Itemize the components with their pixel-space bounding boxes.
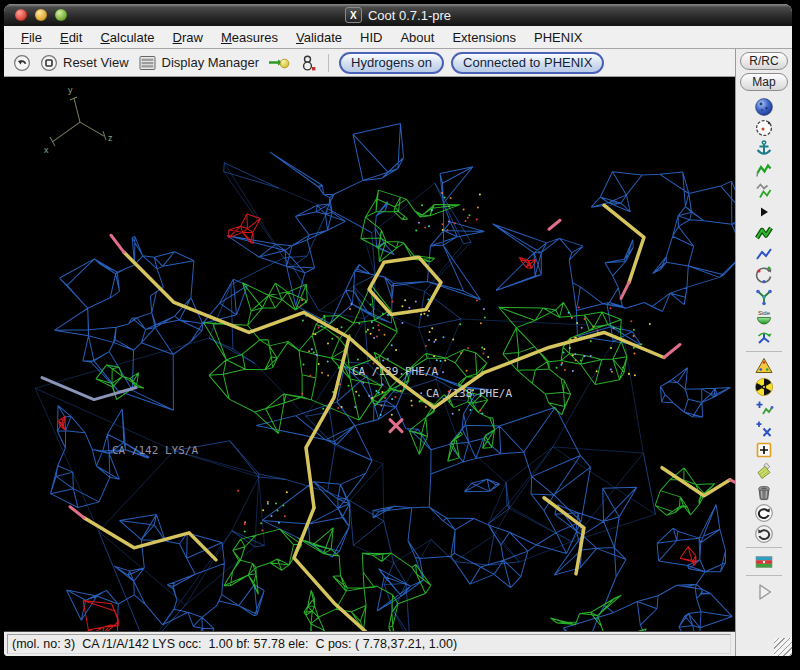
toolbar-separator (746, 351, 782, 352)
toolbar-separator (328, 54, 329, 72)
radioactive-icon[interactable] (749, 376, 779, 397)
close-button[interactable] (15, 9, 27, 21)
statusbar: (mol. no: 3) CA /1/A/142 LYS occ: 1.00 b… (4, 631, 735, 656)
menu-measures[interactable]: Measures (212, 28, 287, 47)
axis-y-label: y (68, 85, 73, 95)
undo-icon[interactable] (749, 502, 779, 523)
add-terminal-residue-icon[interactable] (749, 397, 779, 418)
display-manager-button[interactable]: Display Manager (137, 54, 261, 72)
density-scene: y x z (4, 77, 735, 631)
toolbar-separator (746, 547, 782, 548)
window-title: Coot 0.7.1-pre (368, 8, 451, 23)
blue-zigzag-icon[interactable] (749, 243, 779, 264)
toolbar: Reset View Display Manager (4, 49, 735, 77)
side-label: Side (758, 309, 771, 315)
brush-icon[interactable] (749, 460, 779, 481)
axis-z-label: z (108, 133, 113, 143)
zoom-button[interactable] (55, 9, 67, 21)
display-manager-icon (138, 54, 157, 72)
run-play-icon[interactable] (749, 579, 779, 605)
gl-canvas[interactable]: y x z CA /139 PHE/A CA /138 PHE/A CA /14… (4, 77, 735, 631)
menu-phenix[interactable]: PHENIX (525, 28, 591, 47)
rrc-button[interactable]: R/RC (740, 52, 788, 70)
atom-status-text: (mol. no: 3) CA /1/A/142 LYS occ: 1.00 b… (12, 637, 457, 651)
menu-file[interactable]: File (12, 28, 51, 47)
blue-sphere-icon[interactable] (749, 96, 779, 117)
anchor-icon[interactable] (749, 138, 779, 159)
side-chain-flip-icon[interactable]: Side (749, 306, 779, 327)
reset-view-button[interactable]: Reset View (39, 54, 130, 72)
toolbar-separator (746, 575, 782, 576)
boxed-plus-icon[interactable] (749, 439, 779, 460)
hydrogens-toggle-button[interactable]: Hydrogens on (339, 52, 444, 74)
go-to-ligand-button[interactable] (298, 54, 318, 72)
atom-label: CA /138 PHE/A (426, 387, 512, 400)
axis-x-label: x (44, 145, 49, 155)
view-back-button[interactable] (12, 54, 32, 72)
menu-extensions[interactable]: Extensions (443, 28, 525, 47)
x11-app-icon: X (345, 7, 362, 23)
redo-icon[interactable] (749, 523, 779, 544)
chi-angles-icon[interactable] (749, 285, 779, 306)
coot-window: X Coot 0.7.1-pre File Edit Calculate Dra… (4, 4, 792, 656)
bold-green-zigzag-icon[interactable] (749, 222, 779, 243)
map-button[interactable]: Map (740, 73, 788, 91)
target-circle-icon[interactable] (749, 117, 779, 138)
resize-grip[interactable] (774, 638, 792, 656)
back-circle-icon (13, 54, 31, 72)
circular-arrow-atoms-icon[interactable] (749, 264, 779, 285)
right-toolbar-panel: R/RC Map (735, 49, 792, 656)
menu-validate[interactable]: Validate (287, 28, 351, 47)
left-column: Reset View Display Manager (4, 49, 735, 656)
atom-label: CA /139 PHE/A (352, 365, 438, 378)
minimize-button[interactable] (35, 9, 47, 21)
axes-widget: y x z (44, 85, 113, 155)
flag-icon[interactable] (749, 551, 779, 572)
menubar: File Edit Calculate Draw Measures Valida… (4, 26, 792, 49)
double-squiggle-icon[interactable] (749, 180, 779, 201)
small-play-triangle-icon[interactable] (749, 201, 779, 222)
add-alt-conf-icon[interactable] (749, 418, 779, 439)
statusbar-frame: (mol. no: 3) CA /1/A/142 LYS occ: 1.00 b… (7, 634, 731, 654)
model-toolbar: Side (746, 96, 782, 605)
menu-hid[interactable]: HID (351, 28, 391, 47)
menu-about[interactable]: About (391, 28, 443, 47)
trash-icon[interactable] (749, 481, 779, 502)
menu-edit[interactable]: Edit (51, 28, 91, 47)
main-area: Reset View Display Manager (4, 49, 792, 656)
molecule-icon (299, 54, 317, 72)
go-to-atom-arrow-icon (268, 54, 290, 71)
display-manager-label: Display Manager (162, 55, 260, 70)
menu-draw[interactable]: Draw (164, 28, 212, 47)
atom-label: CA /142 LYS/A (112, 444, 198, 457)
stop-circle-icon (40, 54, 58, 72)
menu-calculate[interactable]: Calculate (91, 28, 163, 47)
green-squiggle-icon[interactable] (749, 159, 779, 180)
go-to-atom-button[interactable] (267, 54, 291, 71)
titlebar: X Coot 0.7.1-pre (4, 4, 792, 26)
warning-triangle-icon[interactable] (749, 355, 779, 376)
jed-flip-icon[interactable] (749, 327, 779, 348)
phenix-connection-button[interactable]: Connected to PHENIX (451, 52, 604, 74)
reset-view-label: Reset View (63, 55, 129, 70)
